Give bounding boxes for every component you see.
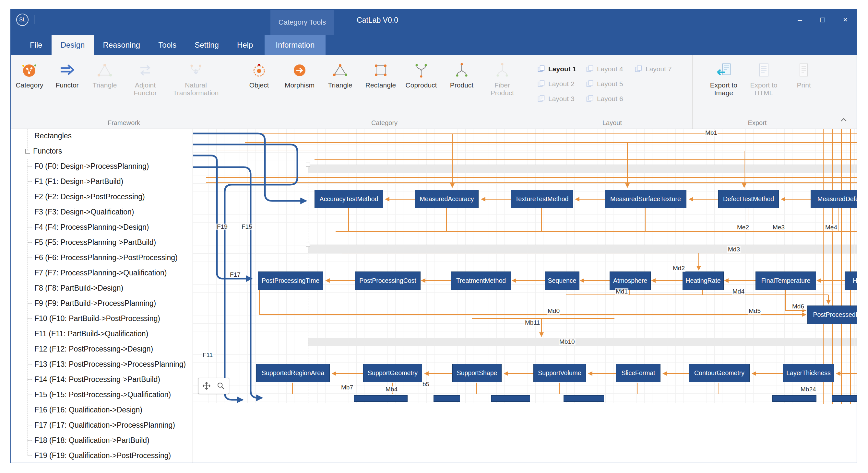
menu-tab-design[interactable]: Design — [52, 35, 94, 55]
natural-transformation-icon — [187, 62, 205, 79]
coproduct-button[interactable]: Coproduct — [402, 60, 441, 89]
tree-item-label: F14 (F14: PostProcessing->PartBuild) — [34, 375, 160, 384]
edge-label-mb10: Mb10 — [559, 339, 576, 345]
layout-5-button: Layout 5 — [586, 80, 634, 88]
rectangle-button[interactable]: Rectangle — [361, 60, 400, 89]
layout-7-button: Layout 7 — [634, 65, 683, 73]
window-controls: – □ × — [788, 10, 857, 30]
tree-item-f19[interactable]: F19 (F19: Qualification->PostProcessing) — [28, 448, 193, 463]
tree-item-rectangles[interactable]: Rectangles — [22, 129, 193, 143]
app-logo-icon[interactable]: SL — [16, 13, 29, 26]
triangle-icon — [331, 62, 349, 79]
group-label-layout: Layout — [532, 119, 692, 127]
tree-item-label: F10 (F10: PartBuild->PostProcessing) — [34, 314, 160, 323]
tree-item-f11[interactable]: F11 (F11: PartBuild->Qualification) — [28, 326, 193, 341]
edge-label-mb11: Mb11 — [524, 319, 540, 326]
category-button[interactable]: Category — [15, 60, 44, 89]
edge-label-md6: Md6 — [792, 303, 805, 310]
canvas-toolbar — [198, 378, 229, 394]
tree-item-label: F18 (F18: Qualification->PartBuild) — [34, 436, 150, 445]
tree-item-label: F6 (F6: ProcessPlanning->PostProcessing) — [34, 254, 178, 262]
layout-item-label: Layout 7 — [646, 65, 672, 73]
tree-item-f3[interactable]: F3 (F3: Design->Qualification) — [28, 204, 193, 219]
tree-item-f9[interactable]: F9 (F9: PartBuild->ProcessPlanning) — [28, 296, 193, 311]
edge-label-md2: Md2 — [672, 265, 685, 272]
menu-tab-tools[interactable]: Tools — [149, 35, 185, 55]
tree-item-f18[interactable]: F18 (F18: Qualification->PartBuild) — [28, 433, 193, 448]
edge-label-md4: Md4 — [732, 288, 745, 295]
layout-icon — [586, 65, 594, 73]
ribbon-spacer — [822, 55, 857, 129]
tree-item-f13[interactable]: F13 (F13: PostProcessing->ProcessPlannin… — [28, 357, 193, 372]
button-label: Print — [797, 81, 811, 89]
layout-4-button: Layout 4 — [586, 65, 634, 73]
functor-icon — [58, 62, 76, 79]
functor-label-f11: F11 — [202, 352, 213, 359]
functor-button[interactable]: Functor — [53, 60, 82, 89]
layout-icon — [586, 95, 594, 103]
tree-item-label: F0 (F0: Design->ProcessPlanning) — [34, 162, 149, 171]
close-icon[interactable]: × — [834, 10, 857, 30]
ribbon-group-export: Export to ImageExport to HTMLPrint Expor… — [692, 55, 822, 129]
triangle-framework-icon — [96, 62, 114, 79]
zoom-icon — [216, 381, 226, 391]
tree-item-label: F3 (F3: Design->Qualification) — [34, 208, 134, 216]
tree-item-f15[interactable]: F15 (F15: PostProcessing->Qualification) — [28, 387, 193, 402]
export-html-icon — [755, 62, 773, 79]
button-label: Export to HTML — [746, 81, 782, 97]
zoom-tool-button[interactable] — [214, 379, 227, 392]
triangle-button[interactable]: Triangle — [321, 60, 360, 89]
tree-item-label: F5 (F5: ProcessPlanning->PartBuild) — [34, 238, 156, 247]
ribbon-group-framework: CategoryFunctorTriangleAdjoint FunctorNa… — [11, 55, 237, 129]
maximize-icon[interactable]: □ — [811, 10, 834, 30]
tree-item-f16[interactable]: F16 (F16: Qualification->Design) — [28, 402, 193, 417]
edge-label-md0: Md0 — [547, 308, 560, 314]
layout-item-label: Layout 6 — [597, 95, 623, 103]
button-label: Triangle — [328, 81, 352, 89]
tree-item-f14[interactable]: F14 (F14: PostProcessing->PartBuild) — [28, 372, 193, 387]
natural-transformation-button: Natural Transformation — [171, 60, 220, 97]
menu-tab-file[interactable]: File — [21, 35, 52, 55]
layout-item-label: Layout 1 — [548, 65, 576, 73]
button-label: Coproduct — [406, 81, 437, 89]
menu-tab-setting[interactable]: Setting — [185, 35, 228, 55]
tree-item-f2[interactable]: F2 (F2: Design->PostProcessing) — [28, 189, 193, 204]
functor-label-f17: F17 — [229, 271, 241, 278]
button-label: Adjoint Functor — [128, 81, 163, 97]
minimize-icon[interactable]: – — [788, 10, 811, 30]
tree-item-f17[interactable]: F17 (F17: Qualification->ProcessPlanning… — [28, 417, 193, 433]
menu-tab-reasoning[interactable]: Reasoning — [94, 35, 149, 55]
tree-item-f7[interactable]: F7 (F7: ProcessPlanning->Qualification) — [28, 265, 193, 280]
tree-item-f0[interactable]: F0 (F0: Design->ProcessPlanning) — [28, 159, 193, 174]
tree-item-f5[interactable]: F5 (F5: ProcessPlanning->PartBuild) — [28, 235, 193, 250]
tree-item-f4[interactable]: F4 (F4: ProcessPlanning->Design) — [28, 219, 193, 235]
tree-item-f10[interactable]: F10 (F10: PartBuild->PostProcessing) — [28, 311, 193, 326]
edge-label-b5: b5 — [422, 381, 430, 388]
product-button[interactable]: Product — [442, 60, 481, 89]
layout-3-button: Layout 3 — [537, 95, 586, 103]
tree-item-f1[interactable]: F1 (F1: Design->PartBuild) — [28, 174, 193, 189]
tree-item-functors[interactable]: −Functors — [22, 143, 193, 159]
tree-item-f8[interactable]: F8 (F8: PartBuild->Design) — [28, 280, 193, 296]
edge-label-mb24: Mb24 — [800, 386, 817, 393]
collapse-ribbon-button[interactable] — [838, 116, 849, 124]
layout-item-label: Layout 5 — [597, 80, 623, 88]
layout-item-label: Layout 4 — [597, 65, 623, 73]
morphism-button[interactable]: Morphism — [280, 60, 319, 89]
layout-1-button[interactable]: Layout 1 — [537, 65, 586, 73]
product-icon — [453, 62, 470, 79]
tree-item-f12[interactable]: F12 (F12: PostProcessing->Design) — [28, 341, 193, 357]
export-to-html-button: Export to HTML — [746, 60, 782, 97]
category-icon — [21, 62, 38, 79]
contextual-tab-category-tools[interactable]: Category Tools — [271, 10, 334, 35]
object-button[interactable]: Object — [240, 60, 279, 89]
layout-icon — [537, 95, 546, 103]
button-label: Category — [16, 81, 43, 89]
tree-item-f6[interactable]: F6 (F6: ProcessPlanning->PostProcessing) — [28, 250, 193, 265]
pan-tool-button[interactable] — [200, 379, 213, 392]
diagram-canvas[interactable]: AccuracyTestMethodMeasuredAccuracyTextur… — [193, 129, 857, 463]
export-to-image-button[interactable]: Export to Image — [706, 60, 742, 97]
button-label: Morphism — [285, 81, 314, 89]
menu-tab-help[interactable]: Help — [228, 35, 262, 55]
menu-tab-information[interactable]: Information — [265, 35, 326, 55]
